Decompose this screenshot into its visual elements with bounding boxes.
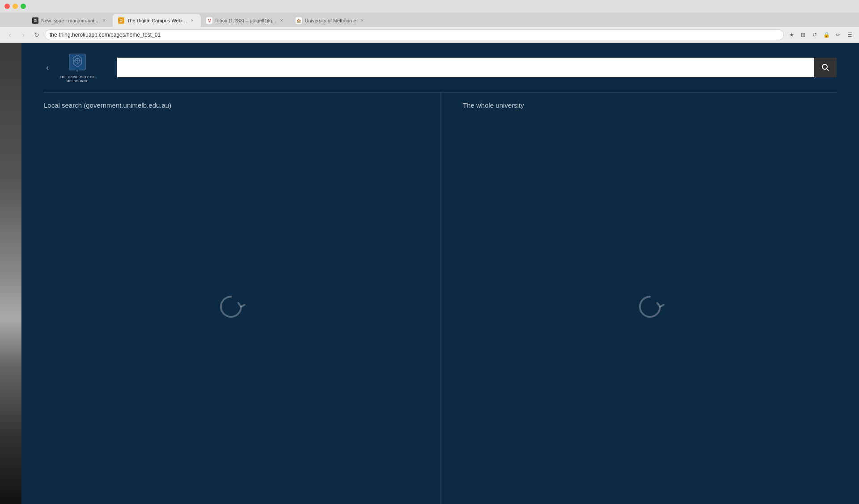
browser-title-bar bbox=[0, 0, 859, 13]
search-header: ‹ 🛡 THE UNIVERSITY OF MELBOURNE bbox=[21, 43, 859, 92]
bookmark-icon[interactable]: ★ bbox=[787, 30, 796, 40]
lock-icon[interactable]: 🔒 bbox=[821, 30, 831, 40]
browser-tab-1[interactable]: G New Issue · marcom-uni... ✕ bbox=[27, 14, 113, 27]
browser-toolbar: ‹ › ↻ the-thing.herokuapp.com/pages/home… bbox=[0, 27, 859, 43]
svg-point-6 bbox=[822, 64, 827, 69]
browser-tab-3[interactable]: M Inbox (1,283) – ptagell@g... ✕ bbox=[201, 14, 290, 27]
refresh-button[interactable]: ↻ bbox=[31, 29, 42, 40]
address-bar[interactable]: the-thing.herokuapp.com/pages/home_test_… bbox=[45, 29, 784, 40]
tab-label-4: University of Melbourne bbox=[305, 18, 356, 23]
logo-crest-svg: 🛡 bbox=[66, 52, 89, 74]
tab-favicon-4: 🏫 bbox=[296, 17, 302, 24]
tab-favicon-1: G bbox=[32, 17, 38, 24]
grid-icon[interactable]: ⊞ bbox=[798, 30, 808, 40]
search-icon bbox=[821, 63, 829, 71]
browser-tab-4[interactable]: 🏫 University of Melbourne ✕ bbox=[290, 14, 371, 27]
tab-close-2[interactable]: ✕ bbox=[189, 17, 195, 24]
local-search-column: Local search (government.unimelb.edu.au) bbox=[21, 92, 440, 504]
local-search-title: Local search (government.unimelb.edu.au) bbox=[44, 101, 418, 109]
tab-label-2: The Digital Campus Webi... bbox=[127, 18, 187, 23]
tab-favicon-2: D bbox=[118, 17, 124, 24]
search-bar-container bbox=[117, 58, 837, 77]
back-button[interactable]: ‹ bbox=[4, 29, 15, 40]
toolbar-actions: ★ ⊞ ↺ 🔒 ✏ ☰ bbox=[787, 30, 855, 40]
browser-tab-2[interactable]: D The Digital Campus Webi... ✕ bbox=[113, 14, 201, 27]
search-input[interactable] bbox=[117, 58, 814, 77]
university-search-loading-icon bbox=[635, 292, 664, 321]
forward-button[interactable]: › bbox=[18, 29, 29, 40]
logo-line1: THE UNIVERSITY OF bbox=[60, 75, 95, 79]
address-text: the-thing.herokuapp.com/pages/home_test_… bbox=[50, 32, 161, 38]
university-search-spinner-area bbox=[463, 118, 837, 495]
university-logo[interactable]: 🛡 THE UNIVERSITY OF MELBOURNE bbox=[60, 52, 95, 83]
more-icon[interactable]: ☰ bbox=[845, 30, 855, 40]
local-search-loading-icon bbox=[216, 292, 245, 321]
close-window-btn[interactable] bbox=[4, 4, 10, 9]
browser-window: G New Issue · marcom-uni... ✕ D The Digi… bbox=[0, 0, 859, 43]
logo-text: THE UNIVERSITY OF MELBOURNE bbox=[60, 75, 95, 83]
main-content: ‹ 🛡 THE UNIVERSITY OF MELBOURNE bbox=[21, 43, 859, 504]
tab-label-1: New Issue · marcom-uni... bbox=[41, 18, 98, 23]
page-back-button[interactable]: ‹ bbox=[44, 61, 51, 75]
university-search-column: The whole university bbox=[440, 92, 859, 504]
sync-icon[interactable]: ↺ bbox=[810, 30, 820, 40]
page-content: ‹ 🛡 THE UNIVERSITY OF MELBOURNE bbox=[0, 43, 859, 504]
window-controls bbox=[4, 4, 26, 9]
tab-close-3[interactable]: ✕ bbox=[279, 17, 285, 24]
university-search-title: The whole university bbox=[463, 101, 837, 109]
search-button[interactable] bbox=[814, 58, 837, 77]
browser-tabs: G New Issue · marcom-uni... ✕ D The Digi… bbox=[0, 13, 859, 27]
tab-close-1[interactable]: ✕ bbox=[101, 17, 107, 24]
tab-favicon-3: M bbox=[206, 17, 212, 24]
maximize-window-btn[interactable] bbox=[21, 4, 26, 9]
minimize-window-btn[interactable] bbox=[13, 4, 18, 9]
local-search-spinner-area bbox=[44, 118, 418, 495]
tab-close-4[interactable]: ✕ bbox=[359, 17, 365, 24]
logo-line2: MELBOURNE bbox=[60, 79, 95, 83]
svg-line-7 bbox=[827, 69, 829, 71]
tab-label-3: Inbox (1,283) – ptagell@g... bbox=[215, 18, 276, 23]
svg-text:🛡: 🛡 bbox=[76, 71, 78, 72]
results-area: Local search (government.unimelb.edu.au)… bbox=[21, 92, 859, 504]
edit-icon[interactable]: ✏ bbox=[833, 30, 843, 40]
photo-sidebar bbox=[0, 43, 21, 504]
